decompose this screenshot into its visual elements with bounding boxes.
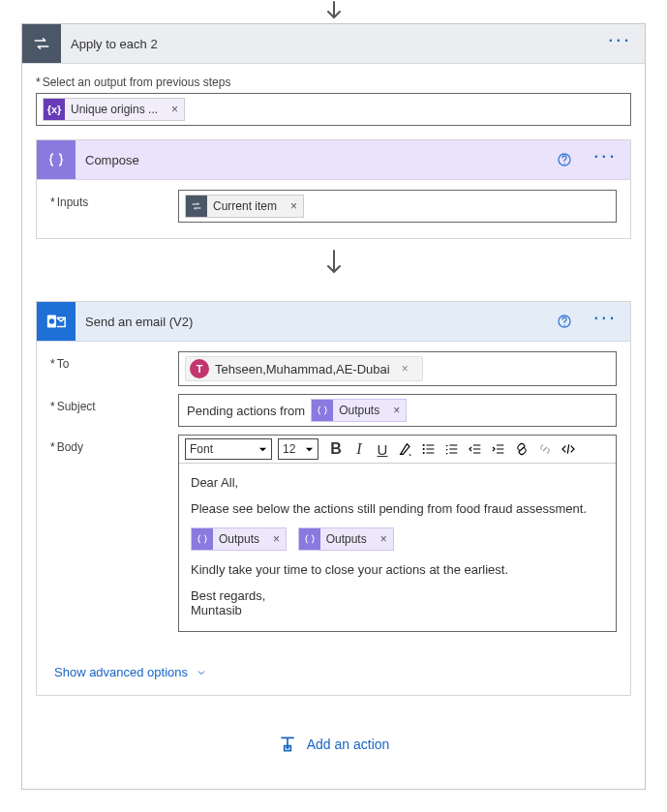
apply-to-each-title: Apply to each 2	[61, 37, 594, 51]
body-content[interactable]: Dear All, Please see below the actions s…	[179, 464, 616, 631]
add-step-icon	[278, 735, 297, 754]
link-button[interactable]	[510, 438, 533, 460]
token-unique-origins[interactable]: {x} Unique origins ... ×	[43, 98, 185, 121]
show-advanced-link[interactable]: Show advanced options	[50, 665, 207, 679]
unlink-button[interactable]	[533, 438, 557, 460]
body-line: Please see below the actions still pendi…	[191, 501, 604, 516]
flow-arrow-top	[0, 0, 667, 23]
apply-to-each-container: Apply to each 2 ··· *Select an output fr…	[21, 23, 646, 790]
email-title: Send an email (V2)	[76, 315, 549, 329]
token-outputs[interactable]: Outputs ×	[191, 527, 287, 551]
font-select[interactable]: Font	[185, 438, 272, 460]
remove-token[interactable]: ×	[387, 404, 406, 417]
email-header[interactable]: Send an email (V2) ···	[37, 302, 630, 342]
to-label: *To	[50, 351, 167, 371]
more-menu[interactable]: ···	[580, 151, 630, 161]
body-signature: Best regards, Muntasib	[191, 588, 604, 617]
compose-header[interactable]: Compose ···	[37, 140, 630, 180]
email-card: Send an email (V2) ··· *To T Tehseen,Muh…	[36, 301, 631, 696]
add-action-button[interactable]: Add an action	[278, 735, 390, 754]
recipient-name: Tehseen,Muhammad,AE-Dubai	[215, 362, 390, 376]
size-select[interactable]: 12	[278, 438, 318, 460]
body-editor: Font 12 B I U	[178, 435, 617, 632]
color-button[interactable]	[394, 438, 417, 460]
subject-input[interactable]: Pending actions from Outputs ×	[178, 394, 617, 427]
token-outputs[interactable]: Outputs ×	[311, 399, 407, 422]
remove-token[interactable]: ×	[375, 532, 393, 546]
svg-point-6	[423, 452, 425, 454]
braces-icon	[312, 400, 333, 421]
variable-icon: {x}	[44, 99, 65, 120]
body-label: *Body	[50, 435, 167, 454]
more-menu[interactable]: ···	[580, 313, 630, 322]
token-current-item[interactable]: Current item ×	[185, 195, 304, 218]
svg-point-2	[49, 318, 55, 324]
avatar: T	[190, 359, 209, 378]
number-list-button[interactable]	[440, 438, 464, 460]
svg-point-5	[423, 448, 425, 450]
subject-label: *Subject	[50, 394, 167, 413]
braces-icon	[192, 528, 213, 550]
bullet-list-button[interactable]	[417, 438, 440, 460]
compose-inputs[interactable]: Current item ×	[178, 190, 617, 223]
underline-button[interactable]: U	[371, 438, 394, 460]
recipient-token[interactable]: T Tehseen,Muhammad,AE-Dubai ×	[185, 356, 423, 381]
body-tokens: Outputs × Outputs ×	[191, 527, 604, 551]
inputs-label: *Inputs	[50, 190, 167, 209]
more-menu[interactable]: ···	[594, 35, 645, 45]
svg-point-4	[423, 444, 425, 446]
help-icon[interactable]	[549, 314, 580, 329]
editor-toolbar: Font 12 B I U	[179, 436, 616, 464]
outlook-icon	[37, 302, 76, 341]
loop-icon	[22, 24, 61, 63]
body-line: Kindly take your time to close your acti…	[191, 562, 604, 577]
remove-token[interactable]: ×	[166, 103, 184, 116]
to-input[interactable]: T Tehseen,Muhammad,AE-Dubai ×	[178, 351, 617, 386]
token-outputs[interactable]: Outputs ×	[298, 527, 394, 551]
compose-card: Compose ··· *Inputs Current item ×	[36, 139, 631, 239]
output-field-label: *Select an output from previous steps	[36, 75, 631, 89]
braces-icon	[299, 528, 320, 550]
outdent-button[interactable]	[464, 438, 487, 460]
braces-icon	[37, 140, 76, 179]
apply-to-each-header[interactable]: Apply to each 2 ···	[22, 24, 645, 64]
bold-button[interactable]: B	[324, 438, 348, 460]
help-icon[interactable]	[549, 152, 580, 167]
indent-button[interactable]	[487, 438, 510, 460]
compose-title: Compose	[76, 153, 549, 167]
remove-token[interactable]: ×	[285, 199, 303, 213]
remove-recipient[interactable]: ×	[396, 362, 414, 376]
output-input[interactable]: {x} Unique origins ... ×	[36, 93, 631, 126]
flow-arrow	[36, 239, 631, 287]
code-view-button[interactable]	[557, 438, 580, 460]
chevron-down-icon	[196, 667, 207, 678]
remove-token[interactable]: ×	[267, 532, 286, 546]
loop-icon	[186, 195, 207, 217]
body-line: Dear All,	[191, 475, 604, 490]
italic-button[interactable]: I	[348, 438, 371, 460]
